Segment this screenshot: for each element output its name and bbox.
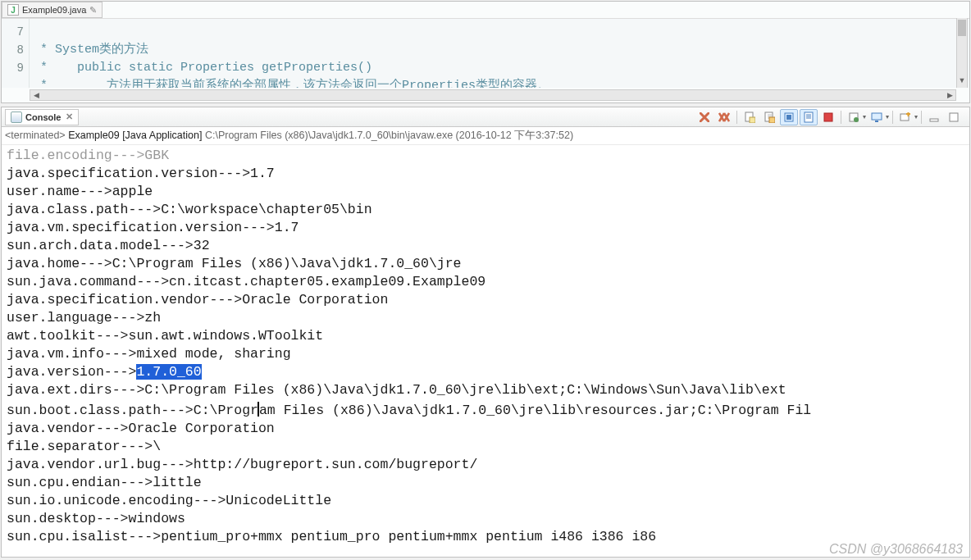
- line-number: 8: [2, 41, 24, 59]
- new-console-icon: [900, 112, 911, 123]
- maximize-button[interactable]: [945, 109, 963, 125]
- output-line: java.class.path--->C:\workspace\chapter0…: [7, 201, 964, 219]
- console-tab[interactable]: Console ✕: [5, 109, 79, 125]
- text-caret: [258, 403, 259, 418]
- display-selected-console-button[interactable]: [868, 109, 886, 125]
- output-line: user.language--->zh: [7, 309, 964, 327]
- run-config-name: Example09 [Java Application]: [68, 130, 202, 141]
- editor-body[interactable]: 7 8 9 * System类的方法 * public static Prope…: [2, 18, 969, 88]
- console-output[interactable]: file.encoding--->GBKjava.specification.v…: [2, 145, 969, 557]
- output-line: java.home--->C:\Program Files (x86)\Java…: [7, 255, 964, 273]
- code-editor[interactable]: J Example09.java ✎ 7 8 9 * System类的方法 * …: [1, 1, 970, 103]
- separator: [736, 111, 737, 124]
- scroll-down-arrow-icon[interactable]: ▼: [957, 76, 967, 88]
- watermark: CSDN @y3068664183: [829, 542, 963, 557]
- remove-launch-button[interactable]: [741, 109, 759, 125]
- pin-console-button[interactable]: [845, 109, 863, 125]
- output-line: java.vendor.url.bug--->http://bugreport.…: [7, 456, 964, 474]
- scroll-left-arrow-icon[interactable]: ◀: [30, 90, 42, 100]
- page-icon: [803, 112, 814, 123]
- stop-icon: [823, 112, 833, 122]
- selected-text: 1.7.0_60: [136, 364, 201, 380]
- code-line: * System类的方法: [33, 43, 148, 57]
- console-toolbar: ▾ ▾ ▾: [692, 109, 966, 125]
- minimize-icon: [929, 112, 939, 122]
- horizontal-scrollbar[interactable]: ◀ ▶: [30, 89, 956, 101]
- output-line: java.specification.version--->1.7: [7, 165, 964, 183]
- scroll-thumb[interactable]: [958, 20, 966, 36]
- code-line: * 方法用于获取当前系统的全部属性，该方法会返回一个Properties类型的容…: [33, 79, 549, 88]
- output-line: file.encoding--->GBK: [7, 147, 964, 165]
- svg-rect-7: [824, 113, 832, 121]
- show-on-output-button[interactable]: [819, 109, 837, 125]
- remove-all-terminated-button[interactable]: [715, 109, 733, 125]
- open-console-button[interactable]: [896, 109, 914, 125]
- scroll-lock-icon: [783, 112, 795, 123]
- svg-rect-11: [875, 121, 878, 122]
- svg-rect-1: [750, 117, 755, 123]
- launch-header: <terminated> Example09 [Java Application…: [2, 127, 969, 145]
- svg-point-9: [854, 117, 859, 122]
- output-line: java.version--->1.7.0_60: [7, 363, 964, 381]
- vertical-scrollbar[interactable]: ▲ ▼: [956, 18, 968, 88]
- output-line: java.vm.specification.version--->1.7: [7, 219, 964, 237]
- output-line: java.specification.vendor--->Oracle Corp…: [7, 291, 964, 309]
- output-line: java.vendor--->Oracle Corporation: [7, 420, 964, 438]
- console-tab-label: Console: [25, 112, 61, 122]
- maximize-icon: [949, 112, 959, 122]
- svg-rect-10: [872, 113, 882, 120]
- line-number: 9: [2, 59, 24, 77]
- svg-rect-5: [786, 115, 791, 120]
- double-x-icon: [718, 112, 730, 122]
- output-line: sun.java.command--->cn.itcast.chapter05.…: [7, 273, 964, 291]
- dropdown-arrow-icon[interactable]: ▾: [863, 113, 866, 121]
- editor-tab[interactable]: J Example09.java ✎: [2, 2, 103, 18]
- code-text[interactable]: * System类的方法 * public static Properties …: [30, 19, 969, 88]
- svg-rect-13: [930, 119, 938, 121]
- output-line: sun.io.unicode.encoding--->UnicodeLittle: [7, 492, 964, 510]
- svg-rect-14: [950, 113, 958, 121]
- dropdown-arrow-icon[interactable]: ▾: [886, 113, 889, 121]
- clear-console-button[interactable]: [760, 109, 778, 125]
- line-number: 7: [2, 23, 24, 41]
- output-line: java.vm.info--->mixed mode, sharing: [7, 345, 964, 363]
- dirty-marker: ✎: [89, 5, 97, 16]
- page-remove-icon: [744, 112, 755, 123]
- output-line: sun.cpu.isalist--->pentium_pro+mmx penti…: [7, 528, 964, 546]
- output-line: sun.arch.data.model--->32: [7, 237, 964, 255]
- console-view: Console ✕: [1, 107, 970, 558]
- svg-rect-3: [769, 117, 775, 123]
- separator: [892, 111, 893, 124]
- line-number-gutter: 7 8 9: [2, 19, 30, 88]
- monitor-icon: [871, 112, 882, 123]
- output-line: file.separator--->\: [7, 438, 964, 456]
- separator: [921, 111, 922, 124]
- run-path: C:\Program Files (x86)\Java\jdk1.7.0_60\…: [202, 130, 573, 141]
- java-file-icon: J: [7, 4, 19, 16]
- console-icon: [11, 112, 22, 123]
- close-icon[interactable]: ✕: [66, 112, 73, 122]
- terminate-button[interactable]: [695, 109, 713, 125]
- scroll-right-arrow-icon[interactable]: ▶: [944, 90, 955, 100]
- page-clear-icon: [764, 112, 775, 123]
- output-line: java.ext.dirs--->C:\Program Files (x86)\…: [7, 381, 964, 399]
- minimize-button[interactable]: [925, 109, 943, 125]
- output-line: awt.toolkit--->sun.awt.windows.WToolkit: [7, 327, 964, 345]
- scroll-lock-button[interactable]: [780, 109, 798, 125]
- separator: [841, 111, 841, 124]
- x-icon: [700, 112, 709, 122]
- output-line: user.name--->apple: [7, 183, 964, 201]
- console-tabbar: Console ✕: [2, 107, 969, 127]
- output-line: sun.cpu.endian--->little: [7, 474, 964, 492]
- svg-rect-6: [805, 112, 813, 122]
- output-line: sun.boot.class.path--->C:\Program Files …: [7, 399, 964, 420]
- terminated-prefix: <terminated>: [5, 130, 68, 141]
- dropdown-arrow-icon[interactable]: ▾: [914, 113, 918, 121]
- pin-console-icon: [848, 112, 859, 123]
- output-line: sun.desktop--->windows: [7, 510, 964, 528]
- word-wrap-button[interactable]: [800, 109, 818, 125]
- code-line: * public static Properties getProperties…: [33, 61, 372, 75]
- editor-tab-filename: Example09.java: [22, 5, 86, 15]
